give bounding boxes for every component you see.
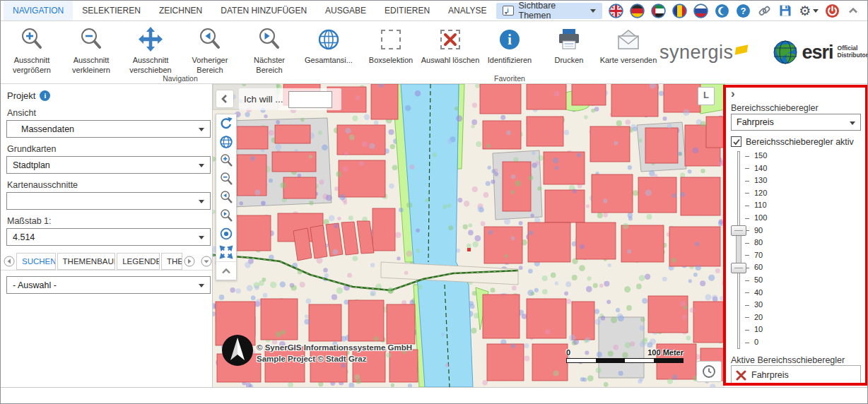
application-window: NAVIGATION SELEKTIEREN ZEICHNEN DATEN HI…: [0, 0, 868, 404]
tab-scroll-right-icon[interactable]: [184, 256, 195, 267]
map-previous-extent-icon[interactable]: [216, 188, 236, 206]
flag-uk-icon[interactable]: [609, 4, 623, 18]
chevron-down-icon: [813, 9, 819, 13]
kartenausschnitte-label: Kartenausschnitte: [7, 180, 212, 190]
overview-map-toggle[interactable]: L: [698, 87, 715, 105]
visible-themes-dropdown[interactable]: i Sichtbare Themen: [496, 3, 603, 19]
slider-tick: [745, 292, 749, 293]
magnifier-plus-icon: [18, 24, 46, 55]
tab-themenbaum[interactable]: THEMENBAUM: [57, 253, 116, 270]
project-info-icon[interactable]: i: [40, 90, 50, 101]
flag-uae-icon[interactable]: [651, 4, 666, 18]
menu-tab-editieren[interactable]: EDITIEREN: [375, 1, 439, 20]
slider-tick-label: 90: [754, 226, 763, 234]
power-icon[interactable]: [825, 4, 840, 18]
menu-tab-selektieren[interactable]: SELEKTIEREN: [73, 1, 150, 20]
collapse-ribbon-icon[interactable]: [846, 4, 860, 18]
esri-logo: esri OfficialDistributor: [773, 40, 868, 65]
identify-button[interactable]: i Identifizieren: [480, 24, 539, 66]
remove-slider-icon[interactable]: [736, 370, 746, 381]
map-next-extent-icon[interactable]: [216, 206, 236, 225]
map-position-icon[interactable]: [216, 225, 236, 243]
synergis-logo-text: synergis: [659, 42, 734, 64]
ansicht-dropdown[interactable]: Massendaten: [6, 120, 211, 138]
slider-tick: [745, 218, 749, 219]
next-extent-button[interactable]: Nächster Bereich: [240, 24, 299, 76]
help-icon[interactable]: ?: [736, 4, 751, 18]
clear-selection-button[interactable]: Auswahl löschen: [421, 24, 480, 66]
project-panel: Projekt i Ansicht Massendaten Grundkarte…: [1, 84, 213, 387]
info-circle-icon: i: [495, 24, 524, 55]
previous-extent-button[interactable]: Vorheriger Bereich: [180, 24, 240, 76]
kartenausschnitte-dropdown[interactable]: [6, 192, 211, 210]
map-full-extent-icon[interactable]: [216, 243, 236, 261]
range-slider-active-checkbox[interactable]: Bereichsschieberegler aktiv: [731, 136, 854, 147]
zoom-out-extent-button[interactable]: Ausschnitt verkleinern: [61, 24, 121, 76]
button-label: Identifizieren: [488, 56, 532, 66]
range-slider-title: Bereichsschieberegler: [731, 103, 819, 113]
map-canvas[interactable]: Ich will ... L © SynerGIS Informationssy…: [213, 84, 725, 387]
slider-tick: [745, 206, 749, 206]
tab-suchen[interactable]: SUCHEN: [16, 253, 56, 270]
range-slider-panel: › Bereichsschieberegler Fahrpreis Bereic…: [725, 84, 868, 387]
menu-tab-analyse[interactable]: ANALYSE: [439, 1, 495, 20]
collapse-right-panel-button[interactable]: ›: [731, 87, 735, 101]
menu-tab-navigation[interactable]: NAVIGATION: [4, 1, 73, 20]
project-label: Projekt: [7, 90, 35, 101]
north-arrow-compass: [221, 334, 254, 369]
slider-tick: [745, 255, 749, 256]
menu-tab-zeichnen[interactable]: ZEICHNEN: [150, 1, 211, 20]
flag-germany-icon[interactable]: [630, 4, 645, 18]
tab-overflow-icon[interactable]: [201, 256, 212, 267]
map-globe-icon[interactable]: [216, 133, 236, 151]
map-tools-collapse-icon[interactable]: [216, 261, 236, 280]
pan-extent-button[interactable]: Ausschnitt verschieben: [121, 24, 180, 76]
print-button[interactable]: Drucken: [539, 24, 599, 66]
magnifier-prev-icon: [196, 24, 224, 55]
slider-tick-label: 60: [754, 263, 763, 271]
refresh-map-icon[interactable]: [216, 114, 236, 133]
map-zoom-out-icon[interactable]: [216, 170, 236, 188]
ribbon-toolbar: Ausschnitt vergrößern Ausschnitt verklei…: [1, 21, 867, 84]
auswahl-dropdown[interactable]: - Auswahl -: [6, 276, 211, 294]
settings-menu[interactable]: ⚙: [799, 4, 819, 18]
slider-tick-label: 20: [754, 313, 763, 321]
button-label: Nächster Bereich: [240, 56, 299, 76]
menu-tab-daten-hinzufuegen[interactable]: DATEN HINZUFÜGEN: [211, 1, 316, 20]
button-label: Boxselektion: [369, 56, 413, 66]
full-extent-button[interactable]: Gesamtansi...: [299, 24, 358, 66]
slider-tick-label: 130: [754, 176, 767, 184]
button-label: Auswahl löschen: [421, 56, 480, 66]
map-zoom-in-icon[interactable]: [216, 151, 236, 170]
i-want-to-input[interactable]: [288, 91, 332, 108]
send-map-button[interactable]: Karte versenden: [599, 24, 658, 66]
menu-tab-ausgabe[interactable]: AUSGABE: [316, 1, 375, 20]
slider-tick-label: 120: [754, 189, 767, 197]
massstab-dropdown[interactable]: 4.514: [6, 228, 211, 246]
group-label-navigation: Navigation: [1, 74, 360, 83]
flag-russia-icon[interactable]: [693, 4, 708, 18]
range-slider-dropdown[interactable]: Fahrpreis: [731, 114, 861, 131]
grundkarten-dropdown[interactable]: Stadtplan: [6, 156, 211, 174]
box-selection-button[interactable]: Boxselektion: [361, 24, 421, 66]
gear-icon: ⚙: [799, 4, 811, 18]
crescent-icon[interactable]: [715, 4, 729, 18]
save-icon[interactable]: [778, 4, 792, 18]
visible-themes-label: Sichtbare Themen: [519, 1, 586, 20]
tab-themen-clipped[interactable]: THE: [161, 253, 182, 270]
flag-romania-icon[interactable]: [672, 4, 687, 18]
button-label: Ausschnitt verkleinern: [61, 56, 121, 76]
slider-upper-handle[interactable]: [731, 225, 746, 236]
slider-lower-handle[interactable]: [731, 263, 746, 273]
synergis-logo: synergis: [659, 42, 747, 64]
link-icon[interactable]: [757, 4, 772, 18]
zoom-in-extent-button[interactable]: Ausschnitt vergrößern: [2, 24, 61, 76]
time-slider-button[interactable]: [696, 361, 722, 382]
panel-tabstrip: SUCHEN THEMENBAUM LEGENDE THE: [1, 252, 212, 271]
slider-tick-label: 150: [754, 151, 767, 160]
collapse-left-panel-button[interactable]: [216, 90, 233, 107]
tab-legende[interactable]: LEGENDE: [117, 253, 160, 270]
slider-tick-label: 40: [754, 288, 763, 297]
tab-scroll-left-icon[interactable]: [4, 256, 15, 267]
slider-tick-label: 0: [754, 338, 758, 346]
